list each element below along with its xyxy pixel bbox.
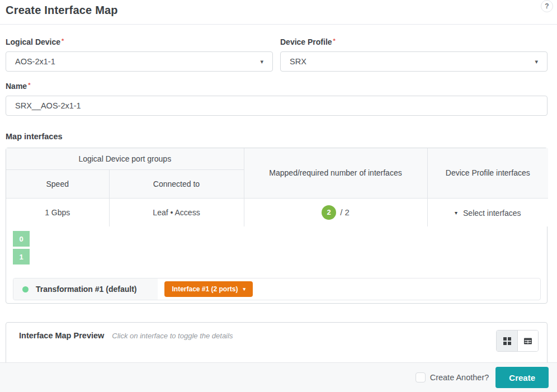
create-another-label: Create Another? [430, 373, 489, 382]
grid-view-button[interactable] [497, 330, 517, 351]
port-box-list: 0 1 [6, 226, 547, 265]
create-button[interactable]: Create [495, 367, 549, 388]
port-box-1[interactable]: 1 [13, 249, 30, 265]
name-input[interactable] [6, 96, 547, 116]
map-interfaces-table: Logical Device port groups Mapped/requir… [6, 148, 548, 226]
mapped-count-badge: 2 [322, 205, 336, 220]
form-top-row: Logical Device* AOS-2x1-1 ▾ Device Profi… [6, 37, 547, 72]
device-profile-label: Device Profile* [280, 37, 547, 46]
select-interfaces-dropdown[interactable]: ▾ Select interfaces [455, 209, 521, 218]
col-header-speed: Speed [6, 169, 109, 198]
map-interfaces-heading: Map interfaces [6, 132, 547, 141]
port-mapping-area: 0 1 Transformation #1 (default) Interfac… [6, 226, 547, 303]
table-row: 1 Gbps Leaf • Access 2 / 2 ▾ Select inte… [6, 198, 548, 226]
page-title: Create Interface Map [6, 4, 551, 17]
footer-bar: Create Another? Create [0, 362, 557, 392]
preview-title: Interface Map Preview [19, 331, 104, 340]
device-profile-label-text: Device Profile [280, 37, 332, 46]
logical-device-field: Logical Device* AOS-2x1-1 ▾ [6, 37, 273, 72]
page-content: Logical Device* AOS-2x1-1 ▾ Device Profi… [0, 37, 557, 378]
table-view-icon [524, 337, 532, 345]
name-label-text: Name [6, 82, 27, 91]
caret-down-icon: ▾ [455, 210, 457, 216]
col-header-port-groups: Logical Device port groups [6, 148, 244, 169]
cell-select-interfaces: ▾ Select interfaces [427, 198, 548, 226]
cell-speed: 1 Gbps [6, 198, 109, 226]
create-another-checkbox[interactable] [416, 372, 426, 382]
table-view-button[interactable] [517, 330, 538, 351]
preview-view-toggle [496, 330, 539, 352]
select-interfaces-label: Select interfaces [463, 209, 521, 218]
page-header: Create Interface Map ? [0, 0, 557, 25]
logical-device-label-text: Logical Device [6, 37, 60, 46]
name-field: Name* [6, 82, 547, 116]
logical-device-label: Logical Device* [6, 37, 273, 46]
grid-view-icon [503, 337, 511, 345]
col-header-device-profile-interfaces: Device Profile interfaces [427, 148, 548, 198]
transformation-label: Transformation #1 (default) [36, 285, 136, 294]
required-asterisk: * [333, 37, 336, 44]
help-icon: ? [545, 2, 549, 10]
name-label: Name* [6, 82, 547, 91]
device-profile-select[interactable]: SRX ▾ [280, 51, 547, 72]
device-profile-field: Device Profile* SRX ▾ [280, 37, 547, 72]
preview-header: Interface Map Preview Click on interface… [19, 331, 539, 340]
transformation-label-section: Transformation #1 (default) [13, 278, 158, 300]
col-header-mapped: Mapped/required number of interfaces [244, 148, 427, 198]
col-header-connected-to: Connected to [109, 169, 244, 198]
caret-down-icon: ▾ [535, 59, 538, 65]
port-box-0[interactable]: 0 [13, 231, 30, 247]
cell-connected-to: Leaf • Access [109, 198, 244, 226]
logical-device-select[interactable]: AOS-2x1-1 ▾ [6, 51, 273, 72]
caret-down-icon: ▾ [243, 287, 246, 292]
create-interface-map-page: Create Interface Map ? Logical Device* A… [0, 0, 557, 392]
transformation-status-dot [22, 286, 29, 292]
map-interfaces-panel: Logical Device port groups Mapped/requir… [6, 148, 547, 304]
required-count-text: / 2 [340, 207, 350, 217]
interface-dropdown-button[interactable]: Interface #1 (2 ports) ▾ [164, 281, 253, 297]
caret-down-icon: ▾ [260, 59, 263, 65]
cell-mapped-count: 2 / 2 [244, 198, 427, 226]
required-asterisk: * [28, 82, 30, 88]
required-asterisk: * [62, 37, 64, 44]
logical-device-value: AOS-2x1-1 [15, 57, 55, 66]
interface-dropdown-label: Interface #1 (2 ports) [172, 285, 238, 293]
help-button[interactable]: ? [541, 0, 553, 12]
transformation-row: Transformation #1 (default) Interface #1… [13, 278, 541, 300]
preview-hint: Click on interface to toggle the details [112, 332, 233, 340]
device-profile-value: SRX [290, 57, 306, 66]
